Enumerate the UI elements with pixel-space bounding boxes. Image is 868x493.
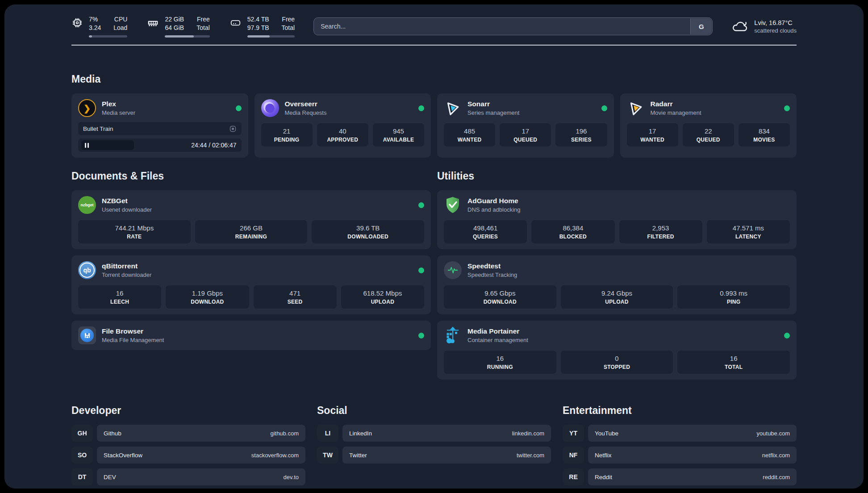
stat-label: PENDING <box>263 137 311 143</box>
app-name: Overseerr <box>285 100 327 108</box>
session-icon[interactable] <box>229 125 237 133</box>
bookmark-url: github.com <box>270 430 299 437</box>
bookmark-github[interactable]: GH Github github.com <box>71 425 305 442</box>
stat-value: 0.993 ms <box>679 289 788 297</box>
bookmark-reddit[interactable]: RE Reddit reddit.com <box>563 468 797 485</box>
app-subtitle: Movie management <box>651 109 701 116</box>
bookmark-url: netflix.com <box>762 452 790 459</box>
sonarr-card[interactable]: Sonarr Series management 485 WANTED 17 Q… <box>437 93 614 158</box>
stat-tile: 22 QUEUED <box>683 123 734 146</box>
stat-tile: 744.21 Mbps RATE <box>78 220 191 243</box>
app-subtitle: Series management <box>467 109 519 116</box>
bookmark-url: twitter.com <box>517 452 544 459</box>
stat-value: 618.52 Mbps <box>343 289 422 297</box>
bookmark-name: LinkedIn <box>349 430 372 437</box>
cpu-loadavg: 3.24 <box>89 24 101 32</box>
stat-value: 2,953 <box>621 224 701 232</box>
bookmark-twitter[interactable]: TW Twitter twitter.com <box>317 447 551 464</box>
cpu-progress-bar <box>89 35 127 38</box>
plex-card[interactable]: ❯ Plex Media server Bullet Train <box>71 93 248 158</box>
google-search-button[interactable]: G <box>690 18 712 34</box>
stat-value: 39.6 TB <box>313 224 422 232</box>
stat-tile: 945 AVAILABLE <box>373 123 424 146</box>
stat-label: DOWNLOAD <box>446 299 555 305</box>
cpu-stat: 7% 3.24 CPU Load <box>71 15 127 38</box>
bookmark-abbr: RE <box>563 468 584 485</box>
qbittorrent-card[interactable]: qb qBittorrent Torrent downloader 16 LEE… <box>71 255 431 314</box>
stat-value: 16 <box>679 355 788 362</box>
stat-label: REMAINING <box>197 234 306 240</box>
overseerr-card[interactable]: Overseerr Media Requests 21 PENDING 40 A… <box>255 93 431 158</box>
stat-tile: 16 RUNNING <box>444 351 556 374</box>
bookmark-url: reddit.com <box>763 474 790 480</box>
stat-tile: 39.6 TB DOWNLOADED <box>312 220 424 243</box>
bookmark-abbr: TW <box>317 447 338 464</box>
speedtest-icon <box>444 261 462 279</box>
portainer-card[interactable]: Media Portainer Container management 16 … <box>437 321 797 380</box>
media-grid: ❯ Plex Media server Bullet Train <box>71 93 797 158</box>
app-name: Plex <box>102 100 135 108</box>
stat-tile: 86,384 BLOCKED <box>531 220 614 243</box>
bookmark-stackoverflow[interactable]: SO StackOverflow stackoverflow.com <box>71 447 305 464</box>
stat-value: 834 <box>740 127 788 135</box>
bookmark-linkedin[interactable]: LI LinkedIn linkedin.com <box>317 425 551 442</box>
stat-value: 498,461 <box>446 224 525 232</box>
stat-label: STOPPED <box>563 364 672 370</box>
ram-total: 64 GiB <box>165 24 184 32</box>
search-bar: G <box>313 17 713 35</box>
filebrowser-card[interactable]: File Browser Media File Management <box>71 321 431 350</box>
pause-button[interactable] <box>81 140 134 150</box>
stat-value: 86,384 <box>533 224 613 232</box>
bookmark-abbr: SO <box>71 447 93 464</box>
stat-tile: 9.65 Gbps DOWNLOAD <box>444 285 556 309</box>
stat-label: FILTERED <box>621 234 701 240</box>
stat-label: DOWNLOAD <box>167 299 247 305</box>
radarr-card[interactable]: Radarr Movie management 17 WANTED 22 QUE… <box>620 93 797 158</box>
now-playing-title: Bullet Train <box>83 125 113 132</box>
system-stats: 7% 3.24 CPU Load <box>71 15 295 38</box>
weather-widget: Lviv, 16.87°C scattered clouds <box>731 19 797 34</box>
stat-value: 17 <box>629 127 676 135</box>
status-dot <box>601 105 607 111</box>
stat-label: AVAILABLE <box>375 137 422 143</box>
app-name: File Browser <box>102 327 164 335</box>
stat-label: RATE <box>80 234 189 240</box>
bookmark-url: dev.to <box>284 474 299 480</box>
disk-label-2: Total <box>282 24 295 32</box>
adguard-card[interactable]: AdGuard Home DNS and adblocking 498,461 … <box>437 190 797 249</box>
app-name: Sonarr <box>467 100 519 108</box>
nzbget-card[interactable]: nzbget NZBGet Usenet downloader 744.21 M… <box>71 190 431 249</box>
radarr-icon <box>627 99 645 117</box>
bookmark-url: stackoverflow.com <box>251 452 299 459</box>
bookmark-netflix[interactable]: NF Netflix netflix.com <box>563 447 797 464</box>
sonarr-icon <box>444 99 462 117</box>
cpu-usage: 7% <box>89 15 101 24</box>
bookmark-abbr: LI <box>317 425 338 442</box>
bookmark-dev[interactable]: DT DEV dev.to <box>71 468 305 485</box>
speedtest-card[interactable]: Speedtest Speedtest Tracking 9.65 Gbps D… <box>437 255 797 314</box>
stat-tile: 16 LEECH <box>78 285 161 309</box>
stat-value: 9.24 Gbps <box>563 289 672 297</box>
stat-tile: 21 PENDING <box>261 123 313 146</box>
stat-tile: 266 GB REMAINING <box>195 220 308 243</box>
stat-label: BLOCKED <box>533 234 613 240</box>
cpu-label-2: Load <box>113 24 127 32</box>
search-input[interactable] <box>313 17 713 35</box>
plex-now-playing: Bullet Train 24:44 / 02:06:47 <box>78 122 242 152</box>
stat-label: LEECH <box>80 299 159 305</box>
stat-tile: 17 QUEUED <box>500 123 551 146</box>
stat-value: 40 <box>319 127 367 135</box>
topbar-divider <box>71 45 797 46</box>
stat-label: QUEUED <box>501 137 549 143</box>
stat-value: 196 <box>557 127 605 135</box>
app-name: NZBGet <box>102 197 152 205</box>
bookmark-youtube[interactable]: YT YouTube youtube.com <box>563 425 797 442</box>
bookmark-name: Reddit <box>595 474 612 480</box>
utilities-section-title: Utilities <box>437 170 797 182</box>
adguard-icon <box>444 196 462 214</box>
cpu-label-1: CPU <box>114 15 128 24</box>
stat-tile: 0 STOPPED <box>561 351 673 374</box>
stat-value: 0 <box>563 355 672 362</box>
status-dot <box>236 105 242 111</box>
app-subtitle: Speedtest Tracking <box>467 272 517 278</box>
